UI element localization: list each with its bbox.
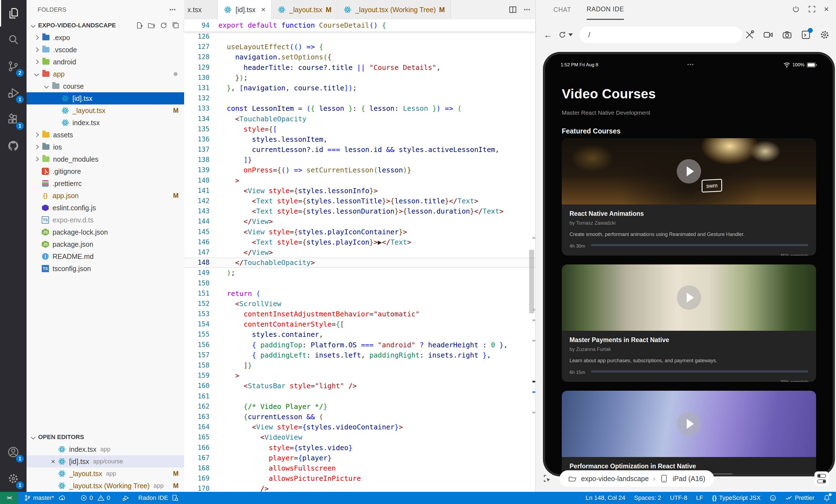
editor-tab[interactable]: _layout.tsx (Working Tree)M [338,0,451,19]
code-line[interactable]: 137 currentLesson?.id === lesson.id && s… [184,144,535,155]
power-icon[interactable] [792,5,800,13]
sidebar-more-icon[interactable]: ⋯ [169,6,176,14]
tree-item[interactable]: node_modules [26,153,184,165]
encoding-item[interactable]: UTF-8 [670,494,687,502]
code-line[interactable]: 169 allowsPictureInPicture [184,473,535,484]
code-line[interactable]: 162 {/* Video Player */} [184,402,535,412]
editor-more-icon[interactable]: ⋯ [524,6,531,14]
project-section-header[interactable]: EXPO-VIDEO-LANDSCAPE [26,19,184,32]
remote-indicator[interactable]: >< [0,492,18,504]
tree-item[interactable]: android [26,56,184,68]
tree-item[interactable]: eslint.config.js [26,202,184,214]
code-line[interactable]: 163 {currentLesson && ( [184,412,535,422]
tree-item[interactable]: JSpackage-lock.json [26,226,184,238]
code-line[interactable]: 153 contentInsetAdjustmentBehavior="auto… [184,309,535,319]
extensions-icon[interactable]: 1 [0,106,26,133]
code-line[interactable]: 146 <Text style={styles.playIcon}>▶</Tex… [184,237,535,247]
course-thumbnail[interactable] [562,265,816,331]
code-line[interactable]: 157 { paddingLeft: insets.left, paddingR… [184,350,535,360]
cursor-position-item[interactable]: Ln 148, Col 24 [586,494,625,502]
tree-item[interactable]: .vscode [26,44,184,56]
tree-item[interactable]: [id].tsx [26,92,184,104]
inspect-element-icon[interactable] [543,474,552,483]
play-button-icon[interactable] [677,159,701,183]
code-line[interactable]: 135 style={[ [184,124,535,134]
code-line[interactable]: 143 <Text style={styles.lessonDuration}>… [184,206,535,216]
open-editor-item[interactable]: index.tsxapp [26,443,184,455]
close-icon[interactable]: × [261,5,265,14]
code-line[interactable]: 161 [184,391,535,402]
play-button-icon[interactable] [677,412,701,436]
course-card[interactable]: Master Payments in React Native by Zuzan… [562,265,816,382]
code-line[interactable]: 141 <View style={styles.lessonInfo}> [184,186,535,196]
project-device-selector[interactable]: expo-video-landscape › iPad (A16) [559,470,714,487]
open-editor-item[interactable]: _layout.tsxappM [26,467,184,480]
course-card[interactable]: Performance Optimization in React Native… [562,391,816,476]
editor-tab[interactable]: x.tsx [184,0,218,19]
tree-item[interactable]: iREADME.md [26,250,184,263]
tree-item[interactable]: assets [26,129,184,141]
editor-scrollbar[interactable] [529,250,534,313]
language-item[interactable]: {} TypeScript JSX [712,494,761,502]
play-button-icon[interactable] [677,286,701,310]
open-editors-header[interactable]: OPEN EDITORS [26,431,184,443]
tools-icon[interactable] [744,30,755,40]
code-line[interactable]: 126 [184,32,535,42]
code-line[interactable]: 151 return ( [184,289,535,299]
source-control-icon[interactable]: 2 [0,53,26,80]
code-line[interactable]: 144 </View> [184,216,535,227]
notifications-bell-icon[interactable] [823,494,831,502]
reload-icon[interactable] [558,31,573,39]
code-line[interactable]: 148 </TouchableOpacity> [184,257,535,268]
git-branch-item[interactable]: master* [24,494,66,502]
explorer-icon[interactable] [0,0,26,26]
back-icon[interactable]: ← [544,30,552,40]
eol-item[interactable]: LF [696,494,703,502]
new-file-icon[interactable] [135,22,143,29]
code-line[interactable]: 152 <ScrollView [184,299,535,309]
tree-item[interactable]: .prettierrc [26,177,184,190]
panel-tab-chat[interactable]: CHAT [553,0,571,19]
ipad-simulator[interactable]: 1:52 PM Fri Aug 8 ••• 100% Video Courses… [544,53,834,476]
tree-item[interactable]: _layout.tsxM [26,104,184,117]
tree-item[interactable]: JSpackage.json [26,238,184,250]
open-editor-item[interactable]: ×[id].tsxapp/course [26,455,184,467]
radon-ide-status-item[interactable]: Radon IDE [138,494,178,502]
course-thumbnail[interactable]: swm [562,138,816,205]
code-line[interactable]: 147 </View> [184,247,535,257]
collapse-all-icon[interactable] [172,22,180,29]
prettier-item[interactable]: Prettier [785,494,814,502]
panel-tab-radon-ide[interactable]: RADON IDE [587,0,624,20]
code-line[interactable]: 131 }, [navigation, course.title]); [184,83,535,93]
tree-item[interactable]: TSexpo-env.d.ts [26,214,184,226]
close-panel-icon[interactable]: × [824,4,829,14]
code-line[interactable]: 167 player={player} [184,453,535,463]
open-editor-item[interactable]: _layout.tsx (Working Tree)appM [26,480,184,492]
tree-item[interactable]: TStsconfig.json [26,263,184,275]
code-line[interactable]: 159 > [184,371,535,381]
code-line[interactable]: 156 { paddingTop: Platform.OS === "andro… [184,340,535,350]
code-line[interactable]: 130 }); [184,73,535,83]
account-icon[interactable]: 1 [0,439,26,465]
tree-item[interactable]: app [26,68,184,80]
tree-item[interactable]: {}app.jsonM [26,190,184,202]
code-line[interactable]: 138 ]} [184,155,535,165]
debug-status-item[interactable] [122,494,129,502]
code-line[interactable]: 154 contentContainerStyle={[ [184,319,535,329]
code-line[interactable]: 155 styles.container, [184,329,535,340]
code-line[interactable]: 160 <StatusBar style="light" /> [184,381,535,391]
code-line[interactable]: 128 navigation.setOptions({ [184,52,535,62]
fullscreen-icon[interactable] [808,5,816,13]
tree-item[interactable]: index.tsx [26,117,184,129]
code-line[interactable]: 132 [184,93,535,103]
editor-tab[interactable]: [id].tsx× [218,0,272,19]
tree-item[interactable]: .gitignore [26,165,184,177]
code-line[interactable]: 166 style={styles.video} [184,443,535,453]
search-icon[interactable] [0,26,26,53]
code-line[interactable]: 158 ]} [184,360,535,371]
code-line[interactable]: 127 useLayoutEffect(() => { [184,42,535,52]
code-line[interactable]: 150 [184,278,535,289]
screenshot-camera-icon[interactable] [782,30,792,40]
device-settings-toggles-icon[interactable] [814,471,829,486]
problems-item[interactable]: 0 0 [80,494,110,502]
